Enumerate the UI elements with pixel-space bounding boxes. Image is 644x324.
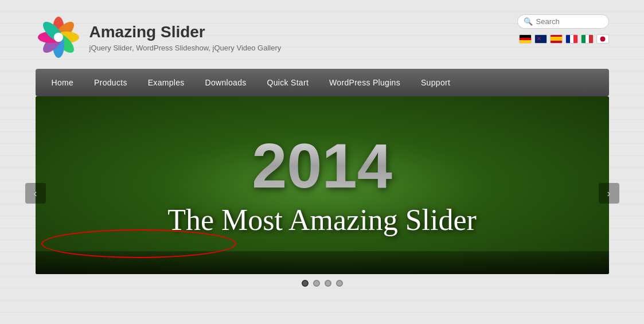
slider-dot-1[interactable] (313, 280, 320, 287)
slide-year: 2014 (252, 134, 392, 197)
slider-prev-button[interactable]: ‹ (25, 183, 46, 204)
slide-1: 2014 The Most Amazing Slider (36, 96, 609, 274)
nav-item-wp-plugins[interactable]: WordPress Plugins (319, 69, 411, 96)
site-title-area: Amazing Slider jQuery Slider, WordPress … (89, 22, 282, 53)
slider-dot-3[interactable] (336, 280, 343, 287)
nav-link-examples[interactable]: Examples (138, 69, 195, 96)
nav-item-home[interactable]: Home (41, 69, 84, 96)
flag-fr[interactable] (565, 34, 578, 44)
flag-es[interactable] (550, 34, 563, 44)
slider-dot-2[interactable] (325, 280, 331, 287)
search-icon: 🔍 (524, 17, 533, 26)
slider-next-button[interactable]: › (599, 183, 619, 204)
nav-list: Home Products Examples Downloads Quick S… (41, 69, 603, 96)
nav-link-quickstart[interactable]: Quick Start (257, 69, 319, 96)
flag-de[interactable] (519, 34, 532, 44)
search-box[interactable]: 🔍 (517, 14, 609, 29)
header: Amazing Slider jQuery Slider, WordPress … (36, 9, 609, 69)
nav-item-downloads[interactable]: Downloads (195, 69, 257, 96)
nav-link-wp-plugins[interactable]: WordPress Plugins (319, 69, 411, 96)
slider-wrapper: 2014 The Most Amazing Slider ‹ › (36, 96, 609, 290)
flag-jp[interactable] (596, 34, 609, 44)
flag-it[interactable] (581, 34, 594, 44)
nav-item-quickstart[interactable]: Quick Start (257, 69, 319, 96)
slide-tagline: The Most Amazing Slider (167, 203, 477, 237)
site-subtitle: jQuery Slider, WordPress Slideshow, jQue… (89, 44, 282, 52)
logo-area: Amazing Slider jQuery Slider, WordPress … (36, 14, 282, 60)
nav-link-downloads[interactable]: Downloads (195, 69, 257, 96)
flag-row (519, 34, 609, 44)
slider-container: 2014 The Most Amazing Slider (36, 96, 609, 274)
slider-bottom-bar (36, 251, 609, 274)
search-input[interactable] (536, 17, 603, 26)
site-logo (36, 14, 81, 60)
nav-link-home[interactable]: Home (41, 69, 84, 96)
nav-bar: Home Products Examples Downloads Quick S… (36, 69, 609, 96)
site-title: Amazing Slider (89, 22, 282, 42)
header-right: 🔍 (517, 14, 609, 44)
slider-dots (36, 274, 609, 290)
svg-point-8 (54, 33, 63, 42)
nav-link-support[interactable]: Support (411, 69, 460, 96)
flag-gb[interactable] (534, 34, 547, 44)
nav-link-products[interactable]: Products (84, 69, 138, 96)
nav-item-support[interactable]: Support (411, 69, 460, 96)
nav-item-products[interactable]: Products (84, 69, 138, 96)
slider-dot-0[interactable] (302, 280, 309, 287)
nav-item-examples[interactable]: Examples (138, 69, 195, 96)
